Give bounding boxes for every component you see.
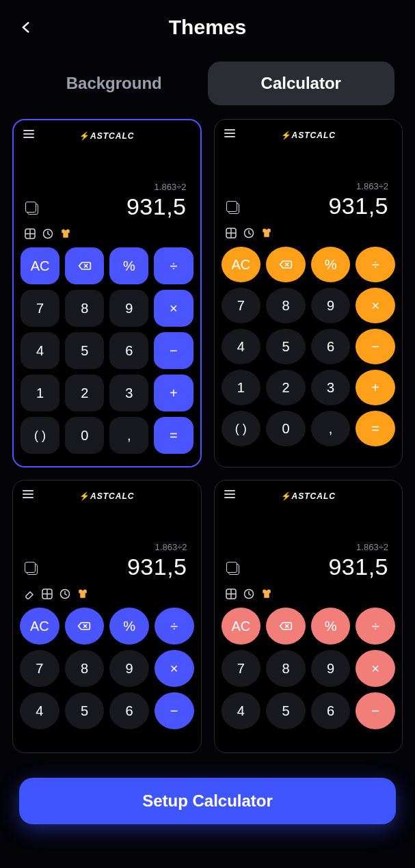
grid-icon <box>42 588 53 599</box>
history-icon <box>243 228 254 239</box>
key-9[interactable]: 9 <box>311 650 351 687</box>
theme-card-blue-round[interactable]: ⚡ASTCALC 1.863÷2 931,5 AC % ÷ 7 <box>12 480 202 753</box>
key-backspace[interactable] <box>65 247 104 284</box>
back-button[interactable] <box>14 15 38 40</box>
key-2[interactable]: 2 <box>266 370 306 405</box>
key-7[interactable]: 7 <box>222 650 261 687</box>
key-backspace[interactable] <box>266 608 306 645</box>
key-1[interactable]: 1 <box>222 370 261 405</box>
calc-result: 931,5 <box>127 554 187 580</box>
key-minus[interactable]: − <box>356 329 395 364</box>
key-1[interactable]: 1 <box>21 375 59 411</box>
header: Themes <box>0 0 415 55</box>
key-9[interactable]: 9 <box>109 650 149 687</box>
key-8[interactable]: 8 <box>266 650 306 687</box>
key-3[interactable]: 3 <box>311 370 351 405</box>
copy-icon <box>27 564 38 575</box>
key-5[interactable]: 5 <box>266 692 306 729</box>
key-2[interactable]: 2 <box>65 375 104 411</box>
copy-icon <box>228 203 239 214</box>
key-3[interactable]: 3 <box>109 375 148 411</box>
theme-grid: ⚡ASTCALC 1.863÷2 931,5 AC % ÷ 7 8 <box>0 119 415 835</box>
key-comma[interactable]: , <box>109 417 148 454</box>
key-equals[interactable]: = <box>154 417 193 454</box>
key-divide[interactable]: ÷ <box>356 608 395 645</box>
key-4[interactable]: 4 <box>21 332 59 369</box>
copy-icon <box>228 564 239 575</box>
key-8[interactable]: 8 <box>266 288 306 323</box>
tool-row <box>222 580 396 605</box>
key-multiply[interactable]: × <box>356 288 395 323</box>
key-backspace[interactable] <box>266 247 306 282</box>
tabs: Background Calculator <box>0 55 415 119</box>
key-multiply[interactable]: × <box>154 290 193 327</box>
key-6[interactable]: 6 <box>109 692 149 729</box>
tab-background[interactable]: Background <box>21 62 208 105</box>
calc-expression: 1.863÷2 <box>27 182 187 192</box>
brand-logo: ⚡ASTCALC <box>79 131 134 141</box>
setup-calculator-button[interactable]: Setup Calculator <box>19 778 396 824</box>
menu-icon <box>224 490 235 498</box>
tool-row <box>222 219 396 244</box>
key-minus[interactable]: − <box>155 692 194 729</box>
key-8[interactable]: 8 <box>65 290 104 327</box>
calc-expression: 1.863÷2 <box>228 542 389 552</box>
key-equals[interactable]: = <box>356 411 395 446</box>
key-divide[interactable]: ÷ <box>356 247 395 282</box>
key-divide[interactable]: ÷ <box>155 608 194 645</box>
key-5[interactable]: 5 <box>65 332 104 369</box>
theme-card-orange[interactable]: ⚡ASTCALC 1.863÷2 931,5 AC % ÷ 7 8 <box>214 119 403 467</box>
shirt-icon <box>261 228 272 239</box>
key-6[interactable]: 6 <box>311 692 351 729</box>
key-percent[interactable]: % <box>311 608 351 645</box>
key-ac[interactable]: AC <box>21 247 59 284</box>
key-paren[interactable]: ( ) <box>21 417 59 454</box>
key-9[interactable]: 9 <box>311 288 351 323</box>
key-0[interactable]: 0 <box>65 417 104 454</box>
tab-calculator[interactable]: Calculator <box>208 62 395 105</box>
history-icon <box>243 588 254 599</box>
menu-icon <box>224 129 235 137</box>
key-minus[interactable]: − <box>154 332 193 369</box>
copy-icon <box>27 204 38 215</box>
key-ac[interactable]: AC <box>222 247 261 282</box>
key-percent[interactable]: % <box>109 608 149 645</box>
key-4[interactable]: 4 <box>222 329 261 364</box>
grid-icon <box>25 228 36 239</box>
key-5[interactable]: 5 <box>65 692 105 729</box>
key-percent[interactable]: % <box>109 247 148 284</box>
key-paren[interactable]: ( ) <box>222 411 261 446</box>
brand-logo: ⚡ASTCALC <box>281 491 336 501</box>
key-4[interactable]: 4 <box>222 692 261 729</box>
key-0[interactable]: 0 <box>266 411 306 446</box>
key-5[interactable]: 5 <box>266 329 306 364</box>
key-multiply[interactable]: × <box>356 650 395 687</box>
key-comma[interactable]: , <box>311 411 351 446</box>
calc-result: 931,5 <box>126 193 187 220</box>
key-4[interactable]: 4 <box>20 692 59 729</box>
key-minus[interactable]: − <box>356 692 395 729</box>
key-ac[interactable]: AC <box>222 608 261 645</box>
key-plus[interactable]: + <box>356 370 395 405</box>
key-multiply[interactable]: × <box>155 650 194 687</box>
keypad: AC % ÷ 7 8 9 × 4 5 6 − <box>222 605 396 729</box>
key-percent[interactable]: % <box>311 247 351 282</box>
shirt-icon <box>60 228 71 239</box>
key-divide[interactable]: ÷ <box>154 247 193 284</box>
key-backspace[interactable] <box>65 608 105 645</box>
history-icon <box>42 228 53 239</box>
key-6[interactable]: 6 <box>311 329 351 364</box>
key-7[interactable]: 7 <box>20 650 59 687</box>
key-6[interactable]: 6 <box>109 332 148 369</box>
key-7[interactable]: 7 <box>222 288 261 323</box>
key-9[interactable]: 9 <box>109 290 148 327</box>
theme-card-blue-square[interactable]: ⚡ASTCALC 1.863÷2 931,5 AC % ÷ 7 8 <box>12 119 202 467</box>
tool-row <box>20 580 194 605</box>
key-plus[interactable]: + <box>154 375 193 411</box>
theme-card-coral[interactable]: ⚡ASTCALC 1.863÷2 931,5 AC % ÷ 7 8 <box>214 480 403 753</box>
key-8[interactable]: 8 <box>65 650 105 687</box>
page-title: Themes <box>169 16 246 39</box>
key-ac[interactable]: AC <box>20 608 59 645</box>
calc-expression: 1.863÷2 <box>27 542 187 552</box>
key-7[interactable]: 7 <box>21 290 59 327</box>
